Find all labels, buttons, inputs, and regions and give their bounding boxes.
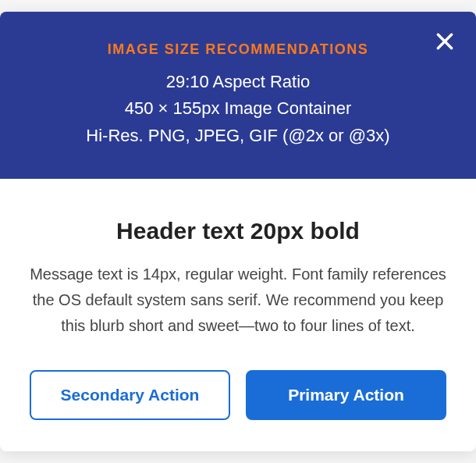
close-icon [435,31,455,52]
message-text: Message text is 14px, regular weight. Fo… [30,262,446,339]
secondary-action-button[interactable]: Secondary Action [30,370,230,420]
image-banner: IMAGE SIZE RECOMMENDATIONS 29:10 Aspect … [0,12,476,178]
banner-line-formats: Hi-Res. PNG, JPEG, GIF (@2x or @3x) [31,123,445,149]
primary-action-button[interactable]: Primary Action [246,370,446,420]
header-text: Header text 20px bold [30,218,446,244]
banner-title: IMAGE SIZE RECOMMENDATIONS [31,41,445,58]
banner-line-aspect: 29:10 Aspect Ratio [31,69,445,95]
modal-dialog: IMAGE SIZE RECOMMENDATIONS 29:10 Aspect … [0,12,476,451]
banner-line-container: 450 × 155px Image Container [31,95,445,122]
modal-content: Header text 20px bold Message text is 14… [0,179,476,451]
button-row: Secondary Action Primary Action [30,370,446,420]
close-button[interactable] [431,27,459,55]
